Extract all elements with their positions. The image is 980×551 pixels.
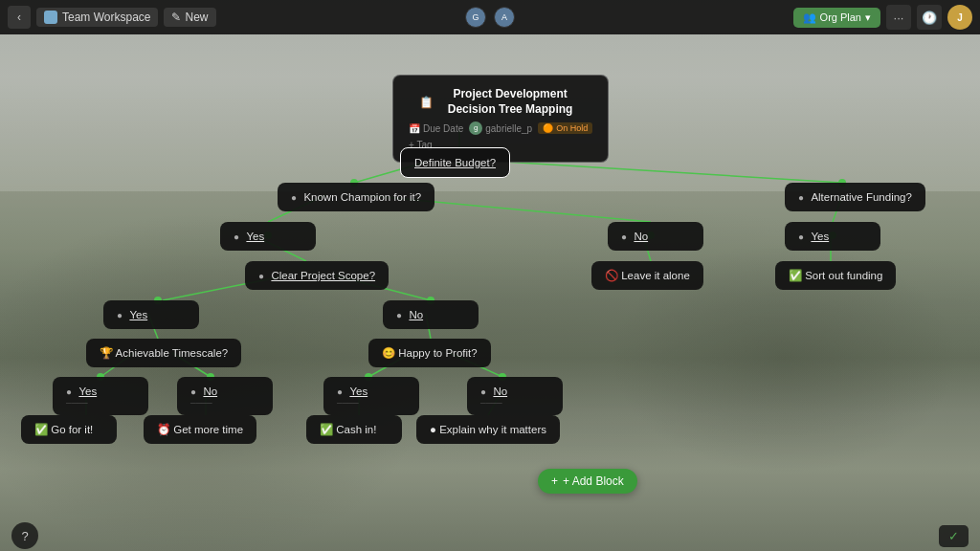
get-more-time-label: ⏰ Get more time — [157, 424, 243, 435]
share-icon: 👥 — [803, 11, 816, 24]
share-label: Org Plan — [820, 11, 861, 23]
workspace-icon — [44, 11, 57, 24]
workspace-label: Team Workspace — [62, 11, 150, 24]
main-card-title: Project Development Decision Tree Mappin… — [438, 87, 582, 117]
happy-profit-label: 😊 Happy to Profit? — [382, 347, 478, 359]
node-leave-alone[interactable]: 🚫 Leave it alone — [591, 261, 703, 290]
svg-line-2 — [488, 161, 842, 183]
node-yes-1[interactable]: ● Yes — [220, 222, 316, 251]
node-explain-why[interactable]: ● Explain why it matters — [416, 415, 560, 444]
avatar-2: A — [494, 7, 515, 28]
main-card-meta: 📅 Due Date g gabrielle_p 🟠 On Hold — [409, 121, 592, 135]
user-avatar[interactable]: J — [947, 5, 972, 30]
history-button[interactable]: 🕐 — [917, 5, 942, 30]
avatar-1: G — [465, 7, 486, 28]
help-button[interactable]: ? — [11, 522, 38, 549]
due-date-meta: 📅 Due Date — [409, 123, 463, 134]
share-button[interactable]: 👥 Org Plan ▾ — [793, 8, 880, 28]
topbar: ‹ Team Workspace ✎ New G A 👥 Org Plan ▾ … — [0, 0, 980, 34]
add-block-button[interactable]: + + Add Block — [538, 469, 637, 494]
node-definite-budget[interactable]: Definite Budget? — [400, 147, 510, 178]
more-button[interactable]: ··· — [886, 5, 911, 30]
node-cash-in[interactable]: ✅ Cash in! — [306, 415, 402, 444]
clear-scope-label: Clear Project Scope? — [271, 270, 375, 281]
explain-why-label: ● Explain why it matters — [430, 424, 546, 435]
topbar-center: G A — [465, 7, 515, 28]
yes-4-label: Yes — [78, 386, 97, 397]
node-get-more-time[interactable]: ⏰ Get more time — [144, 415, 256, 444]
back-button[interactable]: ‹ — [8, 6, 31, 29]
node-no-4[interactable]: ● No ──── — [467, 377, 563, 415]
share-chevron: ▾ — [865, 11, 871, 24]
check-button[interactable]: ✓ — [939, 525, 969, 547]
node-sort-funding[interactable]: ✅ Sort out funding — [775, 261, 896, 290]
go-for-it-label: ✅ Go for it! — [34, 424, 93, 435]
node-yes-2[interactable]: ● Yes — [785, 222, 880, 251]
new-button[interactable]: ✎ New — [164, 8, 215, 27]
achievable-timescale-label: 🏆 Achievable Timescale? — [100, 347, 228, 359]
yes-1-label: Yes — [246, 231, 264, 242]
alternative-funding-label: Alternative Funding? — [811, 191, 911, 203]
canvas: 📋 Project Development Decision Tree Mapp… — [0, 34, 980, 551]
known-champion-label: Known Champion for it? — [303, 191, 421, 203]
no-2-label: No — [409, 309, 423, 320]
cash-in-label: ✅ Cash in! — [320, 424, 376, 435]
node-no-3[interactable]: ● No ──── — [177, 377, 273, 415]
new-icon: ✎ — [171, 11, 181, 24]
node-no-1[interactable]: ● No — [608, 222, 703, 251]
main-card-icon: 📋 — [419, 96, 434, 109]
no-4-label: No — [493, 386, 507, 397]
assignee-meta: g gabrielle_p — [469, 121, 532, 135]
node-yes-3[interactable]: ● Yes — [103, 300, 199, 329]
add-block-icon: + — [551, 474, 558, 488]
yes-2-label: Yes — [811, 231, 829, 242]
new-label: New — [185, 11, 208, 24]
no-3-label: No — [203, 386, 217, 397]
yes-5-label: Yes — [349, 386, 368, 397]
node-happy-profit[interactable]: 😊 Happy to Profit? — [368, 339, 491, 367]
node-known-champion[interactable]: ● Known Champion for it? — [278, 183, 434, 211]
node-yes-5[interactable]: ● Yes ──── — [323, 377, 419, 415]
no-1-label: No — [634, 231, 648, 242]
topbar-left: ‹ Team Workspace ✎ New — [8, 6, 457, 29]
add-block-label: + Add Block — [563, 474, 624, 488]
node-alternative-funding[interactable]: ● Alternative Funding? — [785, 183, 925, 211]
node-no-2[interactable]: ● No — [383, 300, 479, 329]
sort-funding-label: ✅ Sort out funding — [789, 270, 882, 281]
topbar-right: 👥 Org Plan ▾ ··· 🕐 J — [523, 5, 972, 30]
leave-alone-label: 🚫 Leave it alone — [605, 270, 690, 281]
node-achievable-timescale[interactable]: 🏆 Achievable Timescale? — [86, 339, 241, 367]
status-badge: 🟠 On Hold — [538, 122, 592, 134]
yes-3-label: Yes — [129, 309, 147, 320]
bottombar: ? ✓ — [0, 520, 980, 551]
node-clear-scope[interactable]: ● Clear Project Scope? — [245, 261, 389, 290]
definite-budget-label: Definite Budget? — [414, 157, 496, 168]
node-go-for-it[interactable]: ✅ Go for it! — [21, 415, 117, 444]
workspace-button[interactable]: Team Workspace — [36, 8, 158, 27]
node-yes-4[interactable]: ● Yes ──── — [53, 377, 148, 415]
